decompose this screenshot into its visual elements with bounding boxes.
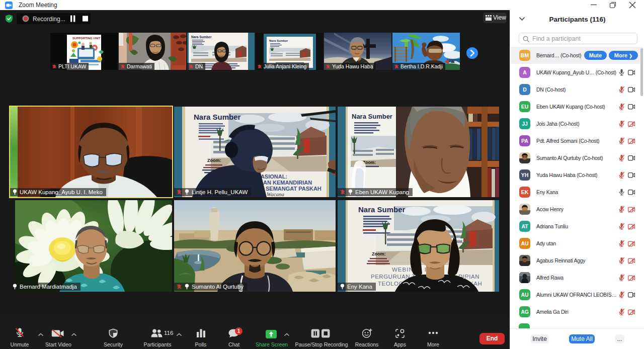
svg-text:Zoom:: Zoom:	[207, 158, 221, 163]
svg-text:Nara Sumber: Nara Sumber	[358, 205, 406, 214]
svg-text:Nara Sumber: Nara Sumber	[194, 113, 241, 121]
svg-text:Zoom:: Zoom:	[372, 251, 386, 256]
svg-text:Nara Sumber: Nara Sumber	[269, 39, 288, 42]
svg-text:Wacana: Wacana	[267, 191, 285, 197]
svg-text:Nara Sumber: Nara Sumber	[352, 113, 392, 120]
svg-text:Nara Sumber: Nara Sumber	[191, 35, 212, 39]
svg-text:SUPPORTING UNIT: SUPPORTING UNIT	[72, 37, 101, 40]
